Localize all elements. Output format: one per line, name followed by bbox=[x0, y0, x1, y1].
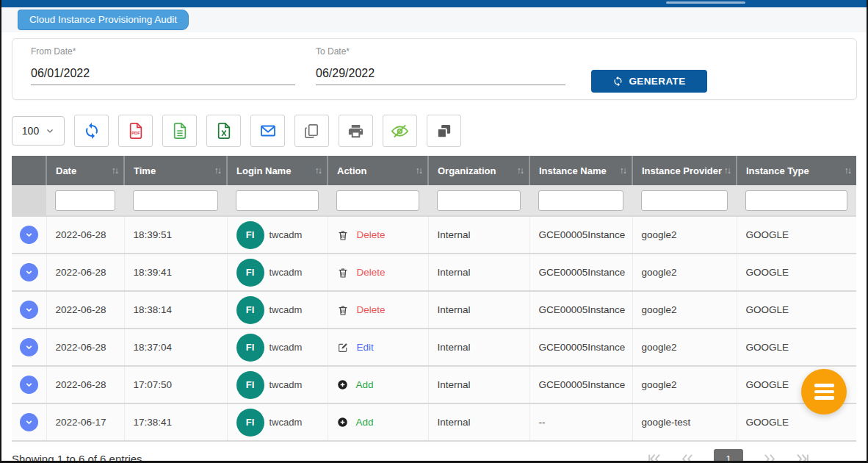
cell-date: 2022-06-28 bbox=[46, 254, 124, 291]
cell-instance-type: GOOGLE bbox=[737, 254, 856, 291]
header-date[interactable]: Date↑↓ bbox=[46, 156, 124, 185]
cell-date: 2022-06-17 bbox=[46, 403, 124, 441]
plus-circle-icon bbox=[337, 379, 348, 390]
header-organization[interactable]: Organization↑↓ bbox=[428, 156, 529, 185]
header-instance-type[interactable]: Instance Type↑↓ bbox=[737, 156, 856, 185]
from-date-field: From Date* 06/01/2022 bbox=[31, 46, 295, 85]
page-size-select[interactable]: 100 bbox=[12, 116, 65, 146]
pagination-next-button[interactable] bbox=[763, 453, 775, 463]
cell-instance-provider: google2 bbox=[632, 366, 737, 403]
cell-login-name: twcadm bbox=[270, 229, 303, 240]
filter-expand-cell bbox=[12, 185, 46, 216]
pagination-last-button[interactable] bbox=[795, 453, 809, 463]
sync-icon bbox=[83, 122, 101, 140]
envelope-icon bbox=[259, 122, 277, 140]
expand-row-button[interactable] bbox=[20, 376, 38, 394]
header-action[interactable]: Action↑↓ bbox=[328, 156, 428, 185]
avatar: FI bbox=[236, 296, 264, 324]
sort-icon[interactable]: ↑↓ bbox=[315, 165, 322, 176]
menu-fab-button[interactable] bbox=[801, 369, 847, 414]
filter-instance-name-input[interactable] bbox=[538, 190, 623, 211]
header-login-name[interactable]: Login Name↑↓ bbox=[227, 156, 328, 185]
print-button[interactable] bbox=[339, 115, 373, 147]
column-layout-button[interactable] bbox=[427, 115, 461, 147]
filter-login-name-input[interactable] bbox=[236, 190, 319, 211]
expand-row-button[interactable] bbox=[20, 413, 38, 431]
to-date-input[interactable]: 06/29/2022 bbox=[316, 67, 565, 85]
sort-icon[interactable]: ↑↓ bbox=[620, 165, 626, 176]
header-expand bbox=[12, 156, 46, 185]
app-window: Cloud Instance Provisioning Audit From D… bbox=[0, 0, 868, 463]
copy-button[interactable] bbox=[294, 115, 329, 147]
delete-action-link[interactable]: Delete bbox=[357, 304, 386, 315]
avatar: FI bbox=[236, 371, 264, 399]
cell-date: 2022-06-28 bbox=[46, 216, 124, 254]
filter-instance-provider-input[interactable] bbox=[641, 190, 728, 211]
sort-icon[interactable]: ↑↓ bbox=[214, 165, 221, 176]
pagination-current-page[interactable]: 1 bbox=[714, 449, 743, 463]
table-row: 2022-06-28 18:39:51 FItwcadm Delete Inte… bbox=[12, 216, 856, 254]
filter-instance-type-input[interactable] bbox=[745, 190, 847, 211]
header-instance-name[interactable]: Instance Name↑↓ bbox=[529, 156, 632, 185]
cell-instance-name: GCE00005Instance bbox=[529, 329, 632, 366]
sort-icon[interactable]: ↑↓ bbox=[845, 165, 851, 176]
add-action-link[interactable]: Add bbox=[356, 417, 374, 428]
printer-icon bbox=[347, 123, 364, 140]
svg-text:PDF: PDF bbox=[131, 132, 140, 136]
filter-action-input[interactable] bbox=[336, 190, 419, 211]
cell-time: 17:07:50 bbox=[124, 366, 227, 403]
expand-row-button[interactable] bbox=[20, 338, 38, 356]
table-row: 2022-06-28 18:37:04 FItwcadm Edit Intern… bbox=[12, 329, 856, 366]
pagination-first-button[interactable] bbox=[648, 453, 662, 463]
header-instance-provider[interactable]: Instance Provider↑↓ bbox=[632, 156, 737, 185]
filter-date-input[interactable] bbox=[55, 190, 115, 211]
table-row: 2022-06-17 17:38:41 FItwcadm Add Interna… bbox=[12, 403, 856, 441]
refresh-button[interactable] bbox=[74, 115, 109, 147]
cell-instance-name: GCE00005Instance bbox=[529, 366, 632, 403]
hamburger-icon bbox=[814, 396, 834, 400]
cell-organization: Internal bbox=[428, 329, 529, 366]
delete-action-link[interactable]: Delete bbox=[357, 267, 386, 278]
table-filter-row bbox=[12, 185, 856, 216]
cell-date: 2022-06-28 bbox=[46, 366, 124, 403]
filter-time-input[interactable] bbox=[133, 190, 218, 211]
export-pdf-button[interactable]: PDF bbox=[118, 115, 153, 147]
cell-instance-name: -- bbox=[529, 403, 632, 441]
from-date-input[interactable]: 06/01/2022 bbox=[31, 67, 295, 85]
cell-time: 18:39:41 bbox=[124, 254, 227, 291]
page-title: Cloud Instance Provisioning Audit bbox=[18, 10, 189, 30]
email-button[interactable] bbox=[250, 115, 285, 147]
sort-icon[interactable]: ↑↓ bbox=[112, 165, 118, 176]
cell-instance-provider: google2 bbox=[632, 329, 737, 366]
avatar: FI bbox=[236, 221, 264, 249]
trash-icon bbox=[337, 267, 349, 279]
sort-icon[interactable]: ↑↓ bbox=[724, 165, 731, 176]
expand-row-button[interactable] bbox=[20, 226, 38, 244]
export-text-button[interactable] bbox=[162, 115, 197, 147]
sort-icon[interactable]: ↑↓ bbox=[416, 165, 422, 176]
edit-action-link[interactable]: Edit bbox=[357, 342, 374, 353]
cell-time: 18:37:04 bbox=[124, 329, 227, 366]
to-date-field: To Date* 06/29/2022 bbox=[316, 46, 565, 85]
entries-info: Showing 1 to 6 of 6 entries bbox=[12, 453, 142, 463]
cell-time: 17:38:41 bbox=[124, 403, 227, 441]
pagination-prev-button[interactable] bbox=[681, 453, 694, 463]
topbar-accent-line bbox=[666, 1, 745, 4]
header-time[interactable]: Time↑↓ bbox=[124, 156, 227, 185]
cell-organization: Internal bbox=[428, 216, 529, 254]
cell-instance-type: GOOGLE bbox=[737, 216, 856, 254]
filter-organization-input[interactable] bbox=[437, 190, 521, 211]
export-excel-button[interactable] bbox=[206, 115, 241, 147]
toolbar: 100 PDF bbox=[12, 115, 867, 147]
delete-action-link[interactable]: Delete bbox=[357, 229, 386, 240]
expand-row-button[interactable] bbox=[20, 301, 38, 319]
add-action-link[interactable]: Add bbox=[356, 379, 374, 390]
generate-button[interactable]: GENERATE bbox=[591, 70, 707, 93]
hamburger-icon bbox=[814, 390, 834, 394]
top-navigation-bar bbox=[1, 0, 867, 7]
cell-organization: Internal bbox=[428, 403, 529, 441]
sort-icon[interactable]: ↑↓ bbox=[517, 165, 524, 176]
cell-login-name: twcadm bbox=[270, 379, 303, 390]
expand-row-button[interactable] bbox=[20, 263, 38, 281]
toggle-columns-button[interactable] bbox=[383, 115, 417, 147]
